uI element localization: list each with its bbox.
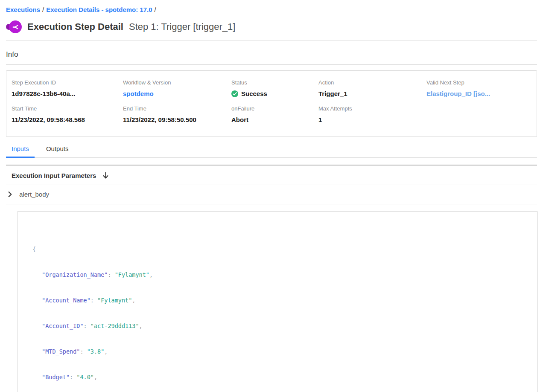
status-badge: Success [231, 90, 318, 98]
field-label: Workflow & Version [123, 79, 231, 86]
field-label: Step Execution ID [12, 79, 123, 86]
field-value: 1d97828c-13b6-40a... [12, 90, 123, 98]
json-entry: "Budget": "4.0", [32, 373, 529, 381]
tab-bar: Inputs Outputs [6, 145, 537, 158]
collapse-all-arrow-icon[interactable] [102, 172, 109, 179]
breadcrumb-separator: / [152, 6, 158, 13]
tab-inputs[interactable]: Inputs [6, 145, 35, 158]
chevron-right-icon [8, 192, 12, 197]
field-start-time: Start Time 11/23/2022, 09:58:48.568 [12, 105, 123, 124]
params-heading-label: Execution Input Parameters [12, 172, 96, 179]
valid-next-step-link[interactable]: Elastigroup_ID [jso... [426, 90, 531, 98]
field-max-attempts: Max Attempts 1 [318, 105, 426, 124]
field-label: Start Time [12, 105, 123, 112]
field-label: Status [231, 79, 318, 86]
field-label: Valid Next Step [426, 79, 531, 86]
field-label: End Time [123, 105, 231, 112]
empty-cell [426, 105, 531, 124]
field-workflow-version: Workflow & Version spotdemo [123, 79, 231, 98]
field-end-time: End Time 11/23/2022, 09:58:50.500 [123, 105, 231, 124]
breadcrumb: Executions/Execution Details - spotdemo:… [0, 0, 543, 14]
brand-logo-icon: Y [6, 20, 23, 34]
breadcrumb-link-executions[interactable]: Executions [6, 6, 40, 13]
info-section-heading: Info [6, 41, 537, 65]
json-entry: "Organization_Name": "Fylamynt", [32, 270, 529, 279]
alert-body-content-card: { "Organization_Name": "Fylamynt", "Acco… [17, 211, 538, 392]
field-value: Abort [231, 116, 318, 124]
field-value: 11/23/2022, 09:58:50.500 [123, 116, 231, 124]
json-entry: "Account_Name": "Fylamynt", [32, 296, 529, 305]
info-card: Step Execution ID 1d97828c-13b6-40a... W… [6, 70, 537, 137]
field-status: Status Success [231, 79, 318, 98]
field-label: Action [318, 79, 426, 86]
section-label: alert_body [19, 191, 49, 198]
json-code-block: { "Organization_Name": "Fylamynt", "Acco… [32, 228, 529, 392]
json-entry: "Account_ID": "act-29ddd113", [32, 322, 529, 330]
breadcrumb-link-execution-details[interactable]: Execution Details - spotdemo: 17.0 [46, 6, 152, 13]
workflow-link[interactable]: spotdemo [123, 90, 231, 98]
tab-outputs[interactable]: Outputs [41, 145, 74, 158]
field-valid-next-step: Valid Next Step Elastigroup_ID [jso... [426, 79, 531, 98]
field-action: Action Trigger_1 [318, 79, 426, 98]
page-title: Execution Step Detail [27, 21, 123, 32]
field-onfailure: onFailure Abort [231, 105, 318, 124]
field-label: Max Attempts [318, 105, 426, 112]
section-row-alert-body[interactable]: alert_body [6, 185, 537, 204]
breadcrumb-separator: / [40, 6, 46, 13]
field-value: 11/23/2022, 09:58:48.568 [12, 116, 123, 124]
json-entry: "MTD_Spend": "3.8", [32, 347, 529, 356]
execution-input-parameters-heading: Execution Input Parameters [6, 166, 537, 185]
field-value: 1 [318, 116, 426, 124]
field-label: onFailure [231, 105, 318, 112]
success-check-icon [231, 90, 238, 97]
page-header: Y Execution Step Detail Step 1: Trigger … [6, 14, 537, 41]
field-value: Trigger_1 [318, 90, 426, 98]
json-open-brace: { [32, 246, 36, 253]
page-subtitle: Step 1: Trigger [trigger_1] [129, 21, 235, 32]
status-text: Success [241, 90, 267, 98]
field-step-execution-id: Step Execution ID 1d97828c-13b6-40a... [12, 79, 123, 98]
